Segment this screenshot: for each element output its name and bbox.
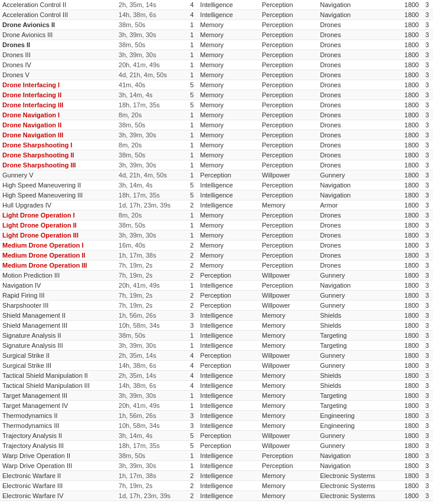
- skill-name: Medium Drone Operation III: [0, 261, 116, 271]
- skill-name: Surgical Strike III: [0, 361, 116, 371]
- skill-category: Electronic Systems: [318, 471, 398, 481]
- skill-name: Drone Navigation I: [0, 110, 116, 120]
- skill-rank: 3: [421, 90, 433, 100]
- table-row: Signature Analysis III 3h, 39m, 30s 1 In…: [0, 341, 433, 351]
- table-row: Drone Interfacing III 18h, 17m, 35s 5 Me…: [0, 100, 433, 110]
- skill-category: Drones: [318, 50, 398, 60]
- table-row: Gunnery V 4d, 21h, 4m, 50s 1 Perception …: [0, 170, 433, 180]
- skill-secondary: Willpower: [260, 431, 318, 441]
- skill-sp: 1800: [398, 281, 421, 291]
- skill-time: 10h, 58m, 34s: [116, 321, 186, 331]
- skill-time: 4d, 21h, 4m, 50s: [116, 170, 186, 180]
- skill-rank: 3: [421, 140, 433, 150]
- table-row: Drone Sharpshooting III 3h, 39m, 30s 1 M…: [0, 160, 433, 170]
- skill-primary: Memory: [198, 20, 260, 30]
- skill-secondary: Perception: [260, 60, 318, 70]
- table-row: Light Drone Operation I 8m, 20s 1 Memory…: [0, 210, 433, 220]
- skill-time: 20h, 41m, 49s: [116, 60, 186, 70]
- skill-name: Target Management III: [0, 391, 116, 401]
- skill-primary: Memory: [198, 160, 260, 170]
- skill-rank: 3: [421, 20, 433, 30]
- skill-primary: Intelligence: [198, 190, 260, 200]
- skill-secondary: Perception: [260, 160, 318, 170]
- skill-primary: Memory: [198, 30, 260, 40]
- skill-category: Drones: [318, 40, 398, 50]
- skill-secondary: Memory: [260, 491, 318, 501]
- skill-level: 2: [186, 301, 198, 311]
- skill-primary: Memory: [198, 70, 260, 80]
- skill-rank: 3: [421, 120, 433, 130]
- skill-time: 7h, 19m, 2s: [116, 271, 186, 281]
- table-row: Drone Interfacing I 41m, 40s 5 Memory Pe…: [0, 80, 433, 90]
- skill-sp: 1800: [398, 421, 421, 431]
- skill-name: Drone Navigation II: [0, 120, 116, 130]
- skill-rank: 3: [421, 150, 433, 160]
- skill-sp: 1800: [398, 481, 421, 491]
- skill-category: Targeting: [318, 341, 398, 351]
- table-row: Acceleration Control II 2h, 35m, 14s 4 I…: [0, 0, 433, 10]
- skill-name: Navigation IV: [0, 281, 116, 291]
- skill-secondary: Willpower: [260, 361, 318, 371]
- skill-secondary: Perception: [260, 241, 318, 251]
- skill-rank: 3: [421, 0, 433, 10]
- skill-time: 38m, 50s: [116, 331, 186, 341]
- table-row: Rapid Firing III 7h, 19m, 2s 2 Perceptio…: [0, 291, 433, 301]
- skill-level: 1: [186, 461, 198, 471]
- skill-category: Drones: [318, 261, 398, 271]
- skill-secondary: Perception: [260, 70, 318, 80]
- skill-secondary: Willpower: [260, 170, 318, 180]
- skill-name: Tactical Shield Manipulation II: [0, 371, 116, 381]
- skill-primary: Memory: [198, 130, 260, 140]
- skill-secondary: Perception: [260, 0, 318, 10]
- skill-time: 10h, 58m, 34s: [116, 421, 186, 431]
- skill-primary: Perception: [198, 271, 260, 281]
- skill-rank: 3: [421, 331, 433, 341]
- skill-primary: Perception: [198, 170, 260, 180]
- skill-level: 5: [186, 90, 198, 100]
- skill-category: Shields: [318, 321, 398, 331]
- skill-sp: 1800: [398, 220, 421, 230]
- skill-name: High Speed Maneuvering II: [0, 180, 116, 190]
- skill-secondary: Memory: [260, 331, 318, 341]
- skill-category: Navigation: [318, 461, 398, 471]
- skill-rank: 3: [421, 391, 433, 401]
- skill-name: Light Drone Operation II: [0, 220, 116, 230]
- skill-time: 3h, 39m, 30s: [116, 50, 186, 60]
- skill-rank: 3: [421, 411, 433, 421]
- skill-sp: 1800: [398, 291, 421, 301]
- table-row: Thermodynamics III 10h, 58m, 34s 3 Intel…: [0, 421, 433, 431]
- table-row: High Speed Maneuvering II 3h, 14m, 4s 5 …: [0, 180, 433, 190]
- skill-name: Drone Avionics III: [0, 30, 116, 40]
- skill-secondary: Perception: [260, 230, 318, 241]
- skill-secondary: Memory: [260, 471, 318, 481]
- table-row: Drone Avionics III 3h, 39m, 30s 1 Memory…: [0, 30, 433, 40]
- skill-primary: Memory: [198, 210, 260, 220]
- skill-sp: 1800: [398, 441, 421, 451]
- skill-time: 3h, 14m, 4s: [116, 180, 186, 190]
- skill-name: Signature Analysis III: [0, 341, 116, 351]
- skill-primary: Intelligence: [198, 381, 260, 391]
- skill-sp: 1800: [398, 261, 421, 271]
- skill-category: Drones: [318, 110, 398, 120]
- skill-category: Drones: [318, 100, 398, 110]
- skill-category: Navigation: [318, 10, 398, 20]
- skill-sp: 1800: [398, 371, 421, 381]
- skill-primary: Intelligence: [198, 180, 260, 190]
- skill-secondary: Willpower: [260, 291, 318, 301]
- skill-level: 1: [186, 20, 198, 30]
- skill-level: 4: [186, 381, 198, 391]
- skill-level: 4: [186, 361, 198, 371]
- skill-sp: 1800: [398, 100, 421, 110]
- skill-time: 1d, 17h, 23m, 39s: [116, 491, 186, 501]
- skill-category: Gunnery: [318, 441, 398, 451]
- skill-rank: 3: [421, 301, 433, 311]
- skill-category: Armor: [318, 200, 398, 210]
- skill-level: 1: [186, 170, 198, 180]
- table-row: Surgical Strike II 2h, 35m, 14s 4 Percep…: [0, 351, 433, 361]
- skill-secondary: Memory: [260, 381, 318, 391]
- skill-rank: 3: [421, 180, 433, 190]
- skill-secondary: Perception: [260, 140, 318, 150]
- skill-primary: Memory: [198, 90, 260, 100]
- skill-name: Sharpshooter III: [0, 301, 116, 311]
- skill-sp: 1800: [398, 130, 421, 140]
